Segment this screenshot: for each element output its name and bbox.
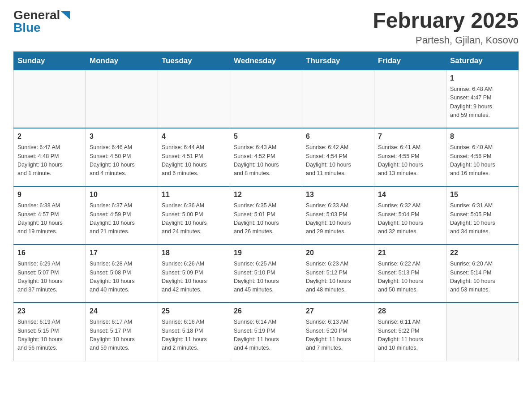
day-number: 21 [378, 248, 442, 258]
day-info: Sunrise: 6:14 AMSunset: 5:19 PMDaylight:… [234, 318, 298, 353]
day-info: Sunrise: 6:13 AMSunset: 5:20 PMDaylight:… [306, 318, 370, 353]
month-title: February 2025 [373, 9, 519, 33]
day-info: Sunrise: 6:11 AMSunset: 5:22 PMDaylight:… [378, 318, 442, 353]
day-info: Sunrise: 6:46 AMSunset: 4:50 PMDaylight:… [90, 143, 154, 178]
day-number: 5 [234, 131, 298, 142]
calendar-cell [14, 70, 86, 128]
day-number: 1 [450, 73, 515, 84]
day-number: 8 [450, 131, 515, 142]
calendar-week-row: 16Sunrise: 6:29 AMSunset: 5:07 PMDayligh… [14, 244, 519, 303]
day-info: Sunrise: 6:38 AMSunset: 4:57 PMDaylight:… [17, 201, 82, 236]
weekday-header-friday: Friday [374, 51, 446, 70]
calendar-week-row: 1Sunrise: 6:48 AMSunset: 4:47 PMDaylight… [14, 70, 519, 128]
calendar-cell: 23Sunrise: 6:19 AMSunset: 5:15 PMDayligh… [14, 303, 86, 361]
day-info: Sunrise: 6:37 AMSunset: 4:59 PMDaylight:… [90, 201, 154, 236]
day-number: 14 [378, 189, 442, 200]
day-info: Sunrise: 6:17 AMSunset: 5:17 PMDaylight:… [90, 318, 154, 353]
day-number: 12 [234, 189, 298, 200]
calendar-cell [230, 70, 302, 128]
calendar-cell: 17Sunrise: 6:28 AMSunset: 5:08 PMDayligh… [86, 244, 158, 303]
day-info: Sunrise: 6:22 AMSunset: 5:13 PMDaylight:… [378, 260, 442, 295]
weekday-header-row: SundayMondayTuesdayWednesdayThursdayFrid… [14, 51, 519, 70]
logo-arrow-icon [61, 11, 70, 20]
calendar-table: SundayMondayTuesdayWednesdayThursdayFrid… [13, 51, 519, 361]
calendar-cell: 9Sunrise: 6:38 AMSunset: 4:57 PMDaylight… [14, 186, 86, 244]
day-number: 27 [306, 306, 370, 317]
day-number: 28 [378, 306, 442, 317]
day-number: 15 [450, 189, 515, 200]
day-info: Sunrise: 6:23 AMSunset: 5:12 PMDaylight:… [306, 260, 370, 295]
calendar-cell [158, 70, 230, 128]
day-number: 9 [17, 189, 82, 200]
weekday-header-thursday: Thursday [302, 51, 374, 70]
day-info: Sunrise: 6:31 AMSunset: 5:05 PMDaylight:… [450, 201, 515, 236]
calendar-cell: 21Sunrise: 6:22 AMSunset: 5:13 PMDayligh… [374, 244, 446, 303]
day-info: Sunrise: 6:44 AMSunset: 4:51 PMDaylight:… [162, 143, 226, 178]
day-info: Sunrise: 6:19 AMSunset: 5:15 PMDaylight:… [17, 318, 82, 353]
weekday-header-sunday: Sunday [14, 51, 86, 70]
calendar-cell: 8Sunrise: 6:40 AMSunset: 4:56 PMDaylight… [446, 128, 519, 186]
day-number: 20 [306, 248, 370, 258]
calendar-cell [374, 70, 446, 128]
day-info: Sunrise: 6:41 AMSunset: 4:55 PMDaylight:… [378, 143, 442, 178]
weekday-header-saturday: Saturday [446, 51, 519, 70]
calendar-week-row: 23Sunrise: 6:19 AMSunset: 5:15 PMDayligh… [14, 303, 519, 361]
calendar-cell: 10Sunrise: 6:37 AMSunset: 4:59 PMDayligh… [86, 186, 158, 244]
calendar-cell: 14Sunrise: 6:32 AMSunset: 5:04 PMDayligh… [374, 186, 446, 244]
day-number: 11 [162, 189, 226, 200]
day-info: Sunrise: 6:33 AMSunset: 5:03 PMDaylight:… [306, 201, 370, 236]
day-number: 6 [306, 131, 370, 142]
calendar-week-row: 9Sunrise: 6:38 AMSunset: 4:57 PMDaylight… [14, 186, 519, 244]
calendar-cell: 7Sunrise: 6:41 AMSunset: 4:55 PMDaylight… [374, 128, 446, 186]
calendar-cell: 11Sunrise: 6:36 AMSunset: 5:00 PMDayligh… [158, 186, 230, 244]
day-number: 3 [90, 131, 154, 142]
day-info: Sunrise: 6:35 AMSunset: 5:01 PMDaylight:… [234, 201, 298, 236]
calendar-cell: 20Sunrise: 6:23 AMSunset: 5:12 PMDayligh… [302, 244, 374, 303]
svg-marker-0 [61, 11, 70, 19]
calendar-cell: 26Sunrise: 6:14 AMSunset: 5:19 PMDayligh… [230, 303, 302, 361]
day-number: 19 [234, 248, 298, 258]
calendar-cell: 27Sunrise: 6:13 AMSunset: 5:20 PMDayligh… [302, 303, 374, 361]
logo-blue-text: Blue [13, 21, 41, 34]
weekday-header-monday: Monday [86, 51, 158, 70]
day-number: 13 [306, 189, 370, 200]
calendar-cell: 28Sunrise: 6:11 AMSunset: 5:22 PMDayligh… [374, 303, 446, 361]
day-number: 22 [450, 248, 515, 258]
day-number: 7 [378, 131, 442, 142]
logo-general-text: General [13, 9, 60, 21]
day-info: Sunrise: 6:43 AMSunset: 4:52 PMDaylight:… [234, 143, 298, 178]
title-block: February 2025 Partesh, Gjilan, Kosovo [373, 9, 519, 46]
day-number: 4 [162, 131, 226, 142]
day-number: 10 [90, 189, 154, 200]
calendar-cell: 1Sunrise: 6:48 AMSunset: 4:47 PMDaylight… [446, 70, 519, 128]
calendar-cell: 12Sunrise: 6:35 AMSunset: 5:01 PMDayligh… [230, 186, 302, 244]
day-info: Sunrise: 6:26 AMSunset: 5:09 PMDaylight:… [162, 260, 226, 295]
calendar-cell: 15Sunrise: 6:31 AMSunset: 5:05 PMDayligh… [446, 186, 519, 244]
calendar-cell: 25Sunrise: 6:16 AMSunset: 5:18 PMDayligh… [158, 303, 230, 361]
day-number: 25 [162, 306, 226, 317]
calendar-cell [446, 303, 519, 361]
day-number: 23 [17, 306, 82, 317]
calendar-cell: 3Sunrise: 6:46 AMSunset: 4:50 PMDaylight… [86, 128, 158, 186]
calendar-cell: 13Sunrise: 6:33 AMSunset: 5:03 PMDayligh… [302, 186, 374, 244]
calendar-week-row: 2Sunrise: 6:47 AMSunset: 4:48 PMDaylight… [14, 128, 519, 186]
logo: General Blue [13, 9, 70, 34]
day-number: 16 [17, 248, 82, 258]
day-info: Sunrise: 6:25 AMSunset: 5:10 PMDaylight:… [234, 260, 298, 295]
calendar-cell: 24Sunrise: 6:17 AMSunset: 5:17 PMDayligh… [86, 303, 158, 361]
day-info: Sunrise: 6:36 AMSunset: 5:00 PMDaylight:… [162, 201, 226, 236]
calendar-cell [86, 70, 158, 128]
day-number: 2 [17, 131, 82, 142]
weekday-header-wednesday: Wednesday [230, 51, 302, 70]
day-number: 24 [90, 306, 154, 317]
day-info: Sunrise: 6:29 AMSunset: 5:07 PMDaylight:… [17, 260, 82, 295]
day-info: Sunrise: 6:42 AMSunset: 4:54 PMDaylight:… [306, 143, 370, 178]
day-info: Sunrise: 6:28 AMSunset: 5:08 PMDaylight:… [90, 260, 154, 295]
day-info: Sunrise: 6:16 AMSunset: 5:18 PMDaylight:… [162, 318, 226, 353]
day-info: Sunrise: 6:48 AMSunset: 4:47 PMDaylight:… [450, 85, 515, 120]
calendar-cell [302, 70, 374, 128]
day-info: Sunrise: 6:20 AMSunset: 5:14 PMDaylight:… [450, 260, 515, 295]
calendar-cell: 5Sunrise: 6:43 AMSunset: 4:52 PMDaylight… [230, 128, 302, 186]
day-number: 17 [90, 248, 154, 258]
calendar-cell: 18Sunrise: 6:26 AMSunset: 5:09 PMDayligh… [158, 244, 230, 303]
